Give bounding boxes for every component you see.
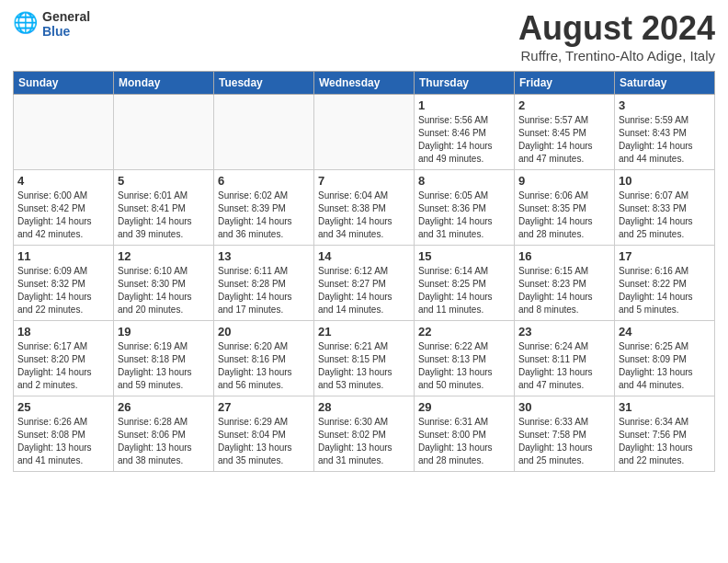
calendar-cell: 27Sunrise: 6:29 AM Sunset: 8:04 PM Dayli… [214, 396, 314, 472]
day-info: Sunrise: 6:25 AM Sunset: 8:09 PM Dayligh… [619, 340, 711, 392]
calendar-cell: 17Sunrise: 6:16 AM Sunset: 8:22 PM Dayli… [615, 246, 715, 321]
header-cell-monday: Monday [114, 72, 214, 95]
day-number: 13 [218, 249, 310, 263]
day-number: 10 [619, 174, 711, 188]
calendar-cell [114, 95, 214, 170]
calendar-cell: 6Sunrise: 6:02 AM Sunset: 8:39 PM Daylig… [214, 170, 314, 246]
week-row-1: 4Sunrise: 6:00 AM Sunset: 8:42 PM Daylig… [14, 170, 715, 246]
day-number: 12 [118, 249, 210, 263]
calendar-cell: 28Sunrise: 6:30 AM Sunset: 8:02 PM Dayli… [314, 396, 415, 472]
header-cell-wednesday: Wednesday [314, 72, 415, 95]
day-number: 25 [17, 400, 109, 414]
week-row-4: 25Sunrise: 6:26 AM Sunset: 8:08 PM Dayli… [14, 396, 715, 472]
day-number: 11 [17, 249, 109, 263]
day-number: 16 [518, 249, 610, 263]
calendar-cell: 14Sunrise: 6:12 AM Sunset: 8:27 PM Dayli… [314, 246, 415, 321]
day-number: 21 [318, 325, 410, 339]
logo-text: General Blue [42, 9, 90, 39]
day-number: 1 [418, 98, 510, 112]
day-info: Sunrise: 6:10 AM Sunset: 8:30 PM Dayligh… [118, 265, 210, 316]
day-info: Sunrise: 6:01 AM Sunset: 8:41 PM Dayligh… [118, 190, 210, 241]
calendar-table: SundayMondayTuesdayWednesdayThursdayFrid… [13, 71, 715, 472]
calendar-cell: 22Sunrise: 6:22 AM Sunset: 8:13 PM Dayli… [415, 321, 515, 396]
header-cell-saturday: Saturday [615, 72, 715, 95]
day-number: 4 [17, 174, 109, 188]
day-info: Sunrise: 6:06 AM Sunset: 8:35 PM Dayligh… [518, 190, 610, 241]
calendar-cell: 16Sunrise: 6:15 AM Sunset: 8:23 PM Dayli… [515, 246, 615, 321]
logo: 🌐 General Blue [13, 9, 90, 39]
calendar-body: 1Sunrise: 5:56 AM Sunset: 8:46 PM Daylig… [14, 95, 715, 472]
calendar-cell: 23Sunrise: 6:24 AM Sunset: 8:11 PM Dayli… [515, 321, 615, 396]
calendar-header: SundayMondayTuesdayWednesdayThursdayFrid… [14, 72, 715, 95]
calendar-cell: 7Sunrise: 6:04 AM Sunset: 8:38 PM Daylig… [314, 170, 415, 246]
day-info: Sunrise: 6:21 AM Sunset: 8:15 PM Dayligh… [318, 340, 410, 392]
calendar-cell: 5Sunrise: 6:01 AM Sunset: 8:41 PM Daylig… [114, 170, 214, 246]
week-row-0: 1Sunrise: 5:56 AM Sunset: 8:46 PM Daylig… [14, 95, 715, 170]
day-info: Sunrise: 6:14 AM Sunset: 8:25 PM Dayligh… [418, 265, 510, 316]
day-info: Sunrise: 6:34 AM Sunset: 7:56 PM Dayligh… [619, 416, 711, 467]
day-number: 9 [518, 174, 610, 188]
day-number: 3 [619, 98, 711, 112]
week-row-3: 18Sunrise: 6:17 AM Sunset: 8:20 PM Dayli… [14, 321, 715, 396]
calendar-cell: 21Sunrise: 6:21 AM Sunset: 8:15 PM Dayli… [314, 321, 415, 396]
header-cell-sunday: Sunday [14, 72, 114, 95]
day-number: 23 [518, 325, 610, 339]
day-info: Sunrise: 6:11 AM Sunset: 8:28 PM Dayligh… [218, 265, 310, 316]
calendar-cell: 2Sunrise: 5:57 AM Sunset: 8:45 PM Daylig… [515, 95, 615, 170]
day-number: 24 [619, 325, 711, 339]
day-info: Sunrise: 6:26 AM Sunset: 8:08 PM Dayligh… [17, 416, 109, 467]
day-info: Sunrise: 6:33 AM Sunset: 7:58 PM Dayligh… [518, 416, 610, 467]
day-info: Sunrise: 6:17 AM Sunset: 8:20 PM Dayligh… [17, 340, 109, 392]
day-number: 18 [17, 325, 109, 339]
day-info: Sunrise: 6:29 AM Sunset: 8:04 PM Dayligh… [218, 416, 310, 467]
calendar-cell: 3Sunrise: 5:59 AM Sunset: 8:43 PM Daylig… [615, 95, 715, 170]
title-block: August 2024 Ruffre, Trentino-Alto Adige,… [518, 9, 715, 63]
day-number: 22 [418, 325, 510, 339]
calendar-cell: 19Sunrise: 6:19 AM Sunset: 8:18 PM Dayli… [114, 321, 214, 396]
day-number: 26 [118, 400, 210, 414]
header-row: SundayMondayTuesdayWednesdayThursdayFrid… [14, 72, 715, 95]
calendar-cell: 31Sunrise: 6:34 AM Sunset: 7:56 PM Dayli… [615, 396, 715, 472]
calendar-cell: 29Sunrise: 6:31 AM Sunset: 8:00 PM Dayli… [415, 396, 515, 472]
page: 🌐 General Blue August 2024 Ruffre, Trent… [0, 0, 728, 481]
calendar-cell [14, 95, 114, 170]
day-info: Sunrise: 6:20 AM Sunset: 8:16 PM Dayligh… [218, 340, 310, 392]
day-info: Sunrise: 5:57 AM Sunset: 8:45 PM Dayligh… [518, 114, 610, 166]
logo-general: General [42, 9, 90, 24]
day-info: Sunrise: 6:04 AM Sunset: 8:38 PM Dayligh… [318, 190, 410, 241]
calendar-cell: 15Sunrise: 6:14 AM Sunset: 8:25 PM Dayli… [415, 246, 515, 321]
logo-icon: 🌐 [13, 11, 39, 37]
day-number: 19 [118, 325, 210, 339]
calendar-cell: 12Sunrise: 6:10 AM Sunset: 8:30 PM Dayli… [114, 246, 214, 321]
day-number: 17 [619, 249, 711, 263]
day-info: Sunrise: 6:00 AM Sunset: 8:42 PM Dayligh… [17, 190, 109, 241]
calendar-cell: 13Sunrise: 6:11 AM Sunset: 8:28 PM Dayli… [214, 246, 314, 321]
day-number: 6 [218, 174, 310, 188]
day-info: Sunrise: 6:22 AM Sunset: 8:13 PM Dayligh… [418, 340, 510, 392]
day-info: Sunrise: 5:56 AM Sunset: 8:46 PM Dayligh… [418, 114, 510, 166]
day-number: 15 [418, 249, 510, 263]
header-cell-friday: Friday [515, 72, 615, 95]
day-number: 31 [619, 400, 711, 414]
calendar-cell: 30Sunrise: 6:33 AM Sunset: 7:58 PM Dayli… [515, 396, 615, 472]
day-info: Sunrise: 6:07 AM Sunset: 8:33 PM Dayligh… [619, 190, 711, 241]
day-number: 2 [518, 98, 610, 112]
header-cell-thursday: Thursday [415, 72, 515, 95]
day-number: 14 [318, 249, 410, 263]
day-info: Sunrise: 6:24 AM Sunset: 8:11 PM Dayligh… [518, 340, 610, 392]
day-number: 5 [118, 174, 210, 188]
calendar-cell: 1Sunrise: 5:56 AM Sunset: 8:46 PM Daylig… [415, 95, 515, 170]
calendar-cell: 24Sunrise: 6:25 AM Sunset: 8:09 PM Dayli… [615, 321, 715, 396]
svg-text:🌐: 🌐 [13, 11, 39, 35]
header: 🌐 General Blue August 2024 Ruffre, Trent… [13, 9, 715, 63]
calendar-cell: 8Sunrise: 6:05 AM Sunset: 8:36 PM Daylig… [415, 170, 515, 246]
day-info: Sunrise: 6:30 AM Sunset: 8:02 PM Dayligh… [318, 416, 410, 467]
day-number: 27 [218, 400, 310, 414]
day-number: 8 [418, 174, 510, 188]
day-info: Sunrise: 6:19 AM Sunset: 8:18 PM Dayligh… [118, 340, 210, 392]
day-number: 7 [318, 174, 410, 188]
calendar-cell [214, 95, 314, 170]
calendar-cell: 11Sunrise: 6:09 AM Sunset: 8:32 PM Dayli… [14, 246, 114, 321]
day-number: 30 [518, 400, 610, 414]
day-info: Sunrise: 6:16 AM Sunset: 8:22 PM Dayligh… [619, 265, 711, 316]
